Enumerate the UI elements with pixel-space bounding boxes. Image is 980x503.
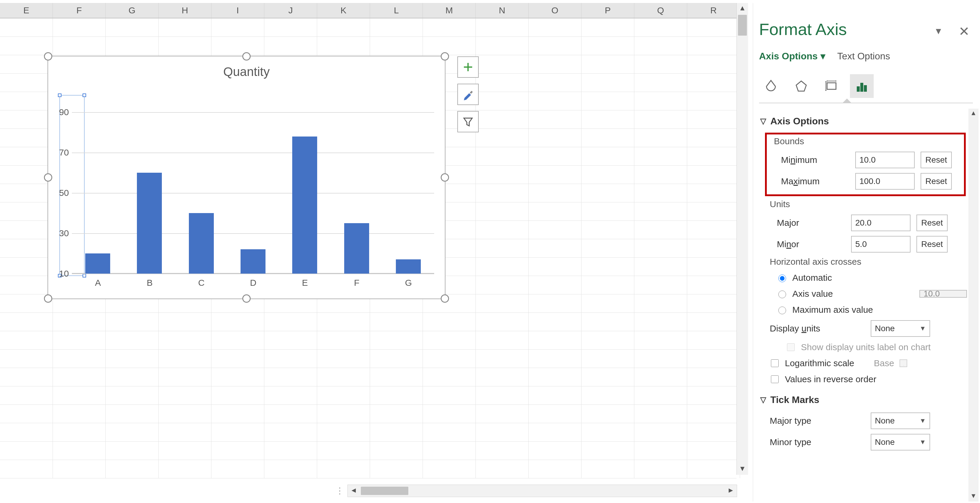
resize-handle-bc[interactable] [242,294,251,303]
grid-cell[interactable] [264,37,317,55]
column-header[interactable]: N [476,3,528,18]
grid-cell[interactable] [317,460,370,478]
grid-cell[interactable] [106,460,159,478]
grid-cell[interactable] [317,313,370,331]
grid-cell[interactable] [581,349,634,368]
grid-cell[interactable] [476,294,528,313]
hscroll-thumb[interactable] [361,487,408,495]
scroll-right-icon[interactable]: ► [725,485,737,497]
grid-cell[interactable] [581,129,634,147]
grid-cell[interactable] [687,294,740,313]
tab-axis-options[interactable]: Axis Options ▾ [759,51,825,62]
grid-cell[interactable] [581,441,634,460]
units-major-input[interactable] [851,214,910,231]
grid-cell[interactable] [106,331,159,349]
grid-cell[interactable] [634,147,687,165]
chart-elements-button[interactable] [457,56,479,78]
resize-handle-br[interactable] [441,294,449,303]
grid-cell[interactable] [264,386,317,405]
resize-handle-ml[interactable] [44,173,52,182]
grid-cell[interactable] [581,147,634,165]
grid-cell[interactable] [581,331,634,349]
major-type-select[interactable]: None ▼ [871,413,930,429]
grid-cell[interactable] [634,349,687,368]
grid-cell[interactable] [687,55,740,73]
grid-cell[interactable] [634,18,687,36]
vscroll-thumb[interactable] [738,15,747,36]
grid-cell[interactable] [159,386,212,405]
grid-cell[interactable] [634,405,687,423]
grid-cell[interactable] [212,405,264,423]
grid-cell[interactable] [528,294,581,313]
grid-cell[interactable] [423,460,476,478]
grid-cell[interactable] [212,423,264,441]
grid-cell[interactable] [634,313,687,331]
grid-cell[interactable] [687,423,740,441]
column-header[interactable]: K [317,3,370,18]
column-header[interactable]: L [370,3,423,18]
grid-cell[interactable] [476,460,528,478]
grid-cell[interactable] [581,239,634,257]
grid-cell[interactable] [159,405,212,423]
grid-cell[interactable] [476,55,528,73]
grid-cell[interactable] [0,331,53,349]
grid-cell[interactable] [0,74,53,92]
grid-cell[interactable] [687,129,740,147]
pane-close-button[interactable]: ✕ [959,24,970,39]
horizontal-scrollbar[interactable]: ◄ ► [347,485,737,497]
grid-cell[interactable] [159,460,212,478]
grid-cell[interactable] [0,202,53,221]
grid-cell[interactable] [53,441,106,460]
sheet-grip-icon[interactable]: ⋮ [336,485,345,497]
fill-line-icon[interactable] [759,74,783,98]
chart-styles-button[interactable] [457,84,479,105]
grid-cell[interactable] [528,349,581,368]
grid-cell[interactable] [476,239,528,257]
grid-cell[interactable] [53,349,106,368]
grid-cell[interactable] [581,110,634,129]
minor-type-select[interactable]: None ▼ [871,434,930,451]
grid-cell[interactable] [0,239,53,257]
pane-scroll-down-icon[interactable]: ▼ [969,492,978,501]
vertical-scrollbar[interactable]: ▲ ▼ [737,3,748,475]
grid-cell[interactable] [159,368,212,386]
chart-filter-button[interactable] [457,111,479,132]
grid-cell[interactable] [687,74,740,92]
grid-cell[interactable] [581,258,634,276]
grid-cell[interactable] [528,331,581,349]
grid-cell[interactable] [581,405,634,423]
resize-handle-tr[interactable] [441,52,449,60]
grid-cell[interactable] [687,331,740,349]
resize-handle-tc[interactable] [242,52,251,60]
chart-bar[interactable] [396,259,421,274]
chart-title[interactable]: Quantity [48,65,445,79]
grid-cell[interactable] [264,405,317,423]
grid-cell[interactable] [634,239,687,257]
grid-cell[interactable] [159,349,212,368]
chart-bar[interactable] [292,136,317,274]
grid-cell[interactable] [476,405,528,423]
grid-cell[interactable] [581,221,634,239]
grid-cell[interactable] [53,386,106,405]
grid-cell[interactable] [528,92,581,110]
column-header[interactable]: I [212,3,264,18]
grid-cell[interactable] [370,331,423,349]
grid-cell[interactable] [687,221,740,239]
grid-cell[interactable] [528,258,581,276]
grid-cell[interactable] [370,386,423,405]
grid-cell[interactable] [423,37,476,55]
grid-cell[interactable] [687,349,740,368]
grid-cell[interactable] [634,294,687,313]
grid-cell[interactable] [317,18,370,36]
grid-cell[interactable] [528,221,581,239]
scroll-down-icon[interactable]: ▼ [737,463,748,475]
grid-cell[interactable] [159,423,212,441]
column-header[interactable]: Q [634,3,687,18]
pane-vertical-scrollbar[interactable]: ▲ ▼ [969,109,978,501]
grid-cell[interactable] [528,74,581,92]
grid-cell[interactable] [370,37,423,55]
grid-cell[interactable] [212,386,264,405]
grid-cell[interactable] [53,37,106,55]
grid-cell[interactable] [159,331,212,349]
grid-cell[interactable] [106,37,159,55]
